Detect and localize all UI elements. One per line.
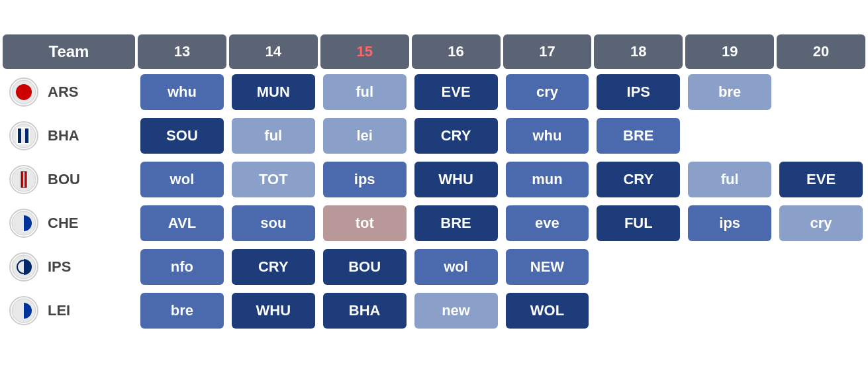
match-label: tot <box>323 205 407 241</box>
team-cell-lei: LEI <box>3 290 135 331</box>
match-cell-ips-round-20 <box>777 246 865 287</box>
match-cell-ips-round-15: BOU <box>320 246 409 287</box>
match-label: AVL <box>140 205 224 241</box>
match-label: SOU <box>140 118 224 154</box>
match-cell-ars-round-15: ful <box>320 72 409 113</box>
match-label: WHU <box>414 162 498 197</box>
match-cell-lei-round-18 <box>594 290 683 331</box>
team-cell-bha: BHA <box>3 115 135 156</box>
round-header-19: 19 <box>685 34 774 69</box>
match-cell-che-round-15: tot <box>320 203 409 244</box>
match-cell-bha-round-19 <box>685 115 774 156</box>
match-label: wol <box>140 162 224 197</box>
team-cell-bou: BOU <box>3 159 135 200</box>
match-cell-che-round-18: FUL <box>594 203 683 244</box>
match-cell-ips-round-18 <box>594 246 683 287</box>
table-row: LEIbreWHUBHAnewWOL <box>3 290 865 331</box>
match-cell-ars-round-19: bre <box>685 72 774 113</box>
table-row: CHEAVLsoutotBREeveFULipscry <box>3 203 865 244</box>
match-label: CRY <box>414 118 498 154</box>
round-header-17: 17 <box>503 34 592 69</box>
match-label: new <box>414 293 498 329</box>
match-label: eve <box>506 205 589 241</box>
match-cell-lei-round-13: bre <box>138 290 226 331</box>
match-label: nfo <box>140 249 224 285</box>
match-label: MUN <box>232 74 315 110</box>
match-label: EVE <box>779 162 863 197</box>
match-label: CRY <box>232 249 315 285</box>
round-header-20: 20 <box>777 34 865 69</box>
match-label: EVE <box>414 74 498 110</box>
match-label: TOT <box>232 162 315 197</box>
match-label: ful <box>688 162 771 197</box>
match-cell-ars-round-17: cry <box>503 72 592 113</box>
match-cell-bou-round-18: CRY <box>594 159 683 200</box>
match-label: sou <box>232 205 315 241</box>
team-column-header: Team <box>3 34 135 69</box>
match-label: ips <box>688 205 771 241</box>
ars-logo <box>9 78 38 107</box>
match-cell-ars-round-13: whu <box>138 72 226 113</box>
team-cell-che: CHE <box>3 203 135 244</box>
team-name-bou: BOU <box>48 171 80 188</box>
match-cell-bha-round-14: ful <box>229 115 318 156</box>
match-label: CRY <box>597 162 680 197</box>
match-label: lei <box>323 118 407 154</box>
team-name-ars: ARS <box>48 83 78 101</box>
match-cell-che-round-13: AVL <box>138 203 226 244</box>
che-logo <box>9 209 38 238</box>
match-label: whu <box>140 74 224 110</box>
match-label: mun <box>506 162 589 197</box>
round-header-15: 15 <box>320 34 409 69</box>
match-cell-bha-round-13: SOU <box>138 115 226 156</box>
bha-logo <box>9 121 38 150</box>
match-label: cry <box>506 74 589 110</box>
match-cell-ips-round-17: NEW <box>503 246 592 287</box>
match-cell-che-round-16: BRE <box>412 203 501 244</box>
round-header-18: 18 <box>594 34 683 69</box>
match-cell-bou-round-19: ful <box>685 159 774 200</box>
match-label: ful <box>323 74 407 110</box>
match-cell-ips-round-13: nfo <box>138 246 226 287</box>
round-header-16: 16 <box>412 34 501 69</box>
team-cell-ips: IPS <box>3 246 135 287</box>
match-cell-lei-round-14: WHU <box>229 290 318 331</box>
match-cell-bha-round-18: BRE <box>594 115 683 156</box>
match-label: whu <box>506 118 589 154</box>
team-name-lei: LEI <box>48 302 70 319</box>
match-label: ips <box>323 162 407 197</box>
match-cell-ars-round-14: MUN <box>229 72 318 113</box>
match-cell-bou-round-17: mun <box>503 159 592 200</box>
match-cell-che-round-19: ips <box>685 203 774 244</box>
match-cell-lei-round-17: WOL <box>503 290 592 331</box>
match-label: BOU <box>323 249 407 285</box>
match-label: FUL <box>597 205 680 241</box>
bou-logo <box>9 165 38 194</box>
table-row: IPSnfoCRYBOUwolNEW <box>3 246 865 287</box>
svg-point-6 <box>12 168 36 191</box>
match-cell-lei-round-15: BHA <box>320 290 409 331</box>
match-cell-ars-round-18: IPS <box>594 72 683 113</box>
match-label: WHU <box>232 293 315 329</box>
match-label: IPS <box>597 74 680 110</box>
match-cell-ips-round-14: CRY <box>229 246 318 287</box>
match-label: WOL <box>506 293 589 329</box>
match-cell-bha-round-16: CRY <box>412 115 501 156</box>
match-label: BRE <box>597 118 680 154</box>
match-cell-lei-round-16: new <box>412 290 501 331</box>
match-cell-che-round-14: sou <box>229 203 318 244</box>
match-label: bre <box>688 74 771 110</box>
svg-point-1 <box>16 84 32 100</box>
match-cell-che-round-17: eve <box>503 203 592 244</box>
match-cell-bha-round-17: whu <box>503 115 592 156</box>
match-cell-bou-round-14: TOT <box>229 159 318 200</box>
team-name-che: CHE <box>48 215 78 232</box>
table-row: BOUwolTOTipsWHUmunCRYfulEVE <box>3 159 865 200</box>
match-label: NEW <box>506 249 589 285</box>
match-label: wol <box>414 249 498 285</box>
match-cell-bha-round-20 <box>777 115 865 156</box>
lei-logo <box>9 296 38 325</box>
match-cell-bou-round-13: wol <box>138 159 226 200</box>
match-cell-lei-round-20 <box>777 290 865 331</box>
table-row: ARSwhuMUNfulEVEcryIPSbre <box>3 72 865 113</box>
